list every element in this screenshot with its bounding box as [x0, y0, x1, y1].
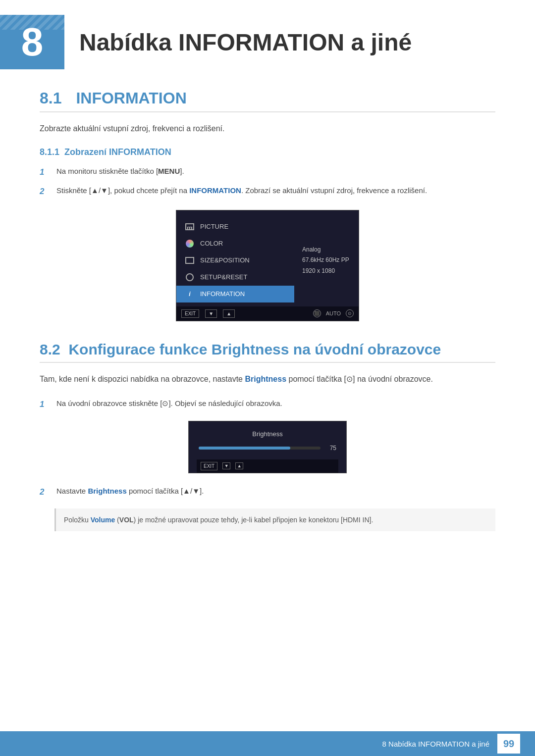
step-1: 1 Na monitoru stiskněte tlačítko [MENU].: [40, 165, 495, 179]
brightness-exit-btn: EXIT: [201, 462, 217, 470]
info-line2: 67.6kHz 60Hz PP: [302, 255, 351, 266]
section-81-desc: Zobrazte aktuální vstupní zdroj, frekven…: [40, 122, 495, 135]
info-line3: 1920 x 1080: [302, 266, 351, 277]
osd-item-color: COLOR: [176, 235, 294, 252]
section-82-desc: Tam, kde není k dispozici nabídka na obr…: [40, 373, 495, 386]
color-icon: [184, 238, 195, 249]
brightness-slider-track: [199, 447, 321, 450]
osd-menu-list: PICTURE COLOR SIZE&POSITIO: [176, 218, 294, 302]
brightness-title: Brightness: [197, 430, 338, 438]
osd-item-size: SIZE&POSITION: [176, 252, 294, 269]
size-icon: [184, 255, 195, 266]
osd-down-btn: ▼: [205, 309, 217, 318]
step-82-2-text: Nastavte Brightness pomocí tlačítka [▲/▼…: [56, 485, 495, 499]
osd-menu-area: PICTURE COLOR SIZE&POSITIO: [176, 218, 359, 302]
osd-screenshot-container: PICTURE COLOR SIZE&POSITIO: [40, 210, 495, 321]
step-1-num: 1: [40, 165, 54, 179]
osd-power-icon: ⊙: [346, 309, 354, 317]
chapter-number: 8: [21, 19, 44, 65]
step-1-text: Na monitoru stiskněte tlačítko [MENU].: [56, 165, 495, 179]
brightness-slider-fill: [199, 447, 290, 450]
osd-item-picture: PICTURE: [176, 218, 294, 235]
step-82-1-text: Na úvodní obrazovce stiskněte [⊙]. Objev…: [56, 398, 495, 411]
section-82: 8.2 Konfigurace funkce Brightness na úvo…: [40, 341, 495, 531]
step-2-text: Stiskněte [▲/▼], pokud chcete přejít na …: [56, 185, 495, 198]
info-icon: i: [184, 289, 195, 300]
footer-text: 8 Nabídka INFORMATION a jiné: [382, 740, 489, 748]
step-82-1: 1 Na úvodní obrazovce stiskněte [⊙]. Obj…: [40, 398, 495, 411]
chapter-number-box: 8: [0, 15, 64, 69]
step-2-num: 2: [40, 185, 54, 198]
brightness-slider-row: 75: [197, 445, 338, 452]
section-81: 8.1 INFORMATION Zobrazte aktuální vstupn…: [40, 89, 495, 321]
osd-bottom-bar: EXIT ▼ ▲ ⬛ AUTO ⊙: [176, 306, 359, 321]
picture-icon: [184, 221, 195, 232]
osd-info-panel: Analog 67.6kHz 60Hz PP 1920 x 1080: [294, 218, 359, 302]
osd-auto-label: AUTO: [326, 310, 341, 316]
step-2: 2 Stiskněte [▲/▼], pokud chcete přejít n…: [40, 185, 495, 198]
osd-monitor-icon: ⬛: [313, 309, 321, 317]
osd-box: PICTURE COLOR SIZE&POSITIO: [176, 210, 359, 321]
note-box: Položku Volume (VOL) je možné upravovat …: [54, 508, 495, 531]
section-82-title: 8.2 Konfigurace funkce Brightness na úvo…: [40, 341, 495, 363]
step-82-2: 2 Nastavte Brightness pomocí tlačítka [▲…: [40, 485, 495, 499]
page-footer: 8 Nabídka INFORMATION a jiné 99: [0, 731, 535, 756]
chapter-title: Nabídka INFORMATION a jiné: [79, 29, 412, 56]
step-82-2-num: 2: [40, 485, 54, 499]
brightness-up-btn: ▲: [235, 462, 243, 469]
step-82-1-num: 1: [40, 398, 54, 411]
osd-exit-btn: EXIT: [181, 309, 199, 318]
osd-item-setup: SETUP&RESET: [176, 269, 294, 286]
osd-item-information: i INFORMATION: [176, 286, 294, 302]
brightness-osd-container: Brightness 75 EXIT ▼ ▲: [40, 421, 495, 473]
osd-up-btn: ▲: [223, 309, 235, 318]
page-header: 8 Nabídka INFORMATION a jiné: [0, 0, 535, 79]
section-82-steps-2: 2 Nastavte Brightness pomocí tlačítka [▲…: [40, 485, 495, 499]
osd-bottom-icons: ⬛ AUTO ⊙: [313, 309, 354, 317]
section-81-title: 8.1 INFORMATION: [40, 89, 495, 112]
brightness-osd-box: Brightness 75 EXIT ▼ ▲: [188, 421, 347, 473]
brightness-value: 75: [324, 445, 336, 452]
info-line1: Analog: [302, 245, 351, 255]
setup-icon: [184, 272, 195, 283]
page-number: 99: [497, 734, 520, 754]
subsection-811-title: 8.1.1 Zobrazení INFORMATION: [40, 147, 495, 157]
main-content: 8.1 INFORMATION Zobrazte aktuální vstupn…: [0, 89, 535, 531]
section-81-steps: 1 Na monitoru stiskněte tlačítko [MENU].…: [40, 165, 495, 198]
brightness-down-btn: ▼: [222, 462, 230, 469]
brightness-bottom-bar: EXIT ▼ ▲: [197, 459, 338, 473]
section-82-steps: 1 Na úvodní obrazovce stiskněte [⊙]. Obj…: [40, 398, 495, 411]
